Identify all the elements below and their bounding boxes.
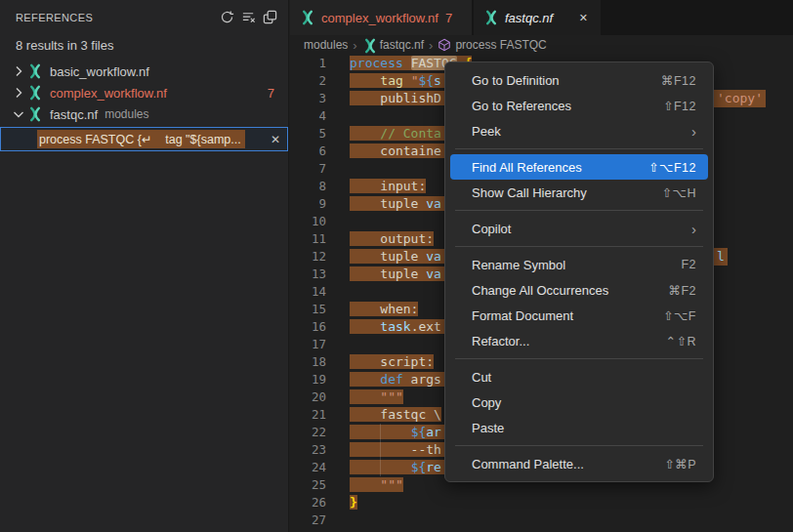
file-result-fastqc-nf[interactable]: fastqc.nfmodules bbox=[0, 103, 288, 125]
file-name: complex_workflow.nf bbox=[50, 86, 167, 101]
editor-group: complex_workflow.nf 7 fastqc.nf ✕ module… bbox=[290, 0, 793, 532]
menu-item-label: Go to References bbox=[472, 99, 663, 113]
line-number: 12 bbox=[290, 248, 350, 266]
refresh-icon[interactable] bbox=[216, 7, 237, 28]
submenu-chevron-icon: › bbox=[691, 222, 696, 236]
menu-item-show-call-hierarchy[interactable]: Show Call Hierarchy⇧⌥H bbox=[450, 180, 708, 205]
menu-item-format-document[interactable]: Format Document⇧⌥F bbox=[450, 303, 708, 328]
line-number: 22 bbox=[290, 424, 350, 441]
menu-item-copy[interactable]: Copy bbox=[450, 389, 708, 415]
nextflow-file-icon bbox=[483, 10, 499, 25]
menu-item-label: Cut bbox=[472, 370, 696, 385]
file-result-basic_workflow-nf[interactable]: basic_workflow.nf bbox=[0, 61, 288, 82]
menu-item-go-to-definition[interactable]: Go to Definition⌘F12 bbox=[450, 67, 708, 93]
menu-item-shortcut: F2 bbox=[681, 258, 696, 271]
line-number: 15 bbox=[290, 301, 350, 318]
line-number: 2 bbox=[290, 72, 350, 90]
menu-item-label: Command Palette... bbox=[472, 457, 664, 471]
line-number: 20 bbox=[290, 389, 350, 406]
file-path-desc: modules bbox=[104, 107, 148, 121]
breadcrumb-separator: › bbox=[353, 38, 356, 53]
menu-item-cut[interactable]: Cut bbox=[450, 364, 708, 389]
menu-item-command-palette[interactable]: Command Palette...⇧⌘P bbox=[450, 451, 708, 476]
menu-item-shortcut: ⇧⌘P bbox=[664, 457, 696, 471]
line-number: 13 bbox=[290, 266, 350, 283]
menu-separator bbox=[455, 445, 703, 446]
result-match-text: process FASTQC {↵ tag "${samp... bbox=[37, 130, 245, 148]
tab-label: complex_workflow.nf bbox=[321, 11, 438, 25]
nextflow-file-icon bbox=[300, 10, 315, 25]
clear-results-icon[interactable] bbox=[237, 7, 259, 28]
file-name: basic_workflow.nf bbox=[50, 64, 149, 79]
line-content bbox=[350, 512, 793, 529]
nextflow-file-icon bbox=[27, 63, 43, 79]
menu-item-label: Paste bbox=[472, 421, 696, 435]
line-number: 19 bbox=[290, 371, 350, 389]
tab-match-badge: 7 bbox=[445, 11, 452, 25]
menu-separator bbox=[455, 358, 703, 359]
menu-item-shortcut: ⇧⌥F bbox=[663, 308, 696, 323]
tab-complex-workflow[interactable]: complex_workflow.nf 7 bbox=[290, 0, 474, 35]
line-number: 27 bbox=[290, 512, 350, 529]
breadcrumb: modules › fastqc.nf › process FASTQC bbox=[290, 35, 793, 55]
reference-result-item[interactable]: process FASTQC {↵ tag "${samp... ✕ bbox=[0, 127, 288, 151]
menu-item-label: Show Call Hierarchy bbox=[472, 185, 662, 200]
line-number: 4 bbox=[290, 107, 350, 125]
menu-item-refactor[interactable]: Refactor...⌃⇧R bbox=[450, 328, 708, 353]
menu-item-label: Go to Definition bbox=[472, 73, 661, 88]
menu-item-label: Copilot bbox=[472, 222, 691, 236]
menu-item-label: Find All References bbox=[472, 160, 648, 175]
copy-all-icon[interactable] bbox=[259, 7, 280, 28]
close-icon[interactable]: ✕ bbox=[576, 10, 591, 26]
line-number: 17 bbox=[290, 336, 350, 353]
line-number: 24 bbox=[290, 459, 350, 476]
line-number: 16 bbox=[290, 318, 350, 336]
menu-item-find-all-references[interactable]: Find All References⇧⌥F12 bbox=[450, 154, 708, 180]
breadcrumb-item-file[interactable]: fastqc.nf bbox=[380, 38, 424, 52]
menu-item-label: Peek bbox=[472, 124, 691, 139]
menu-item-label: Refactor... bbox=[472, 334, 666, 348]
references-panel: REFERENCES 8 results in 3 files basic_wo… bbox=[0, 0, 289, 532]
code-fragment-right-of-menu: l bbox=[714, 248, 728, 266]
editor-context-menu: Go to Definition⌘F12Go to References⇧F12… bbox=[444, 61, 714, 482]
code-line-27[interactable]: 27 bbox=[290, 512, 793, 529]
panel-header: REFERENCES bbox=[0, 0, 288, 34]
menu-item-shortcut: ⇧F12 bbox=[663, 99, 696, 113]
line-number: 11 bbox=[290, 230, 350, 248]
results-tree: basic_workflow.nfcomplex_workflow.nf7fas… bbox=[0, 61, 288, 125]
chevron-right-icon[interactable] bbox=[10, 85, 27, 101]
vscode-window: REFERENCES 8 results in 3 files basic_wo… bbox=[0, 0, 793, 532]
menu-item-shortcut: ⌘F2 bbox=[668, 283, 696, 298]
line-number: 18 bbox=[290, 353, 350, 371]
nextflow-file-icon bbox=[27, 85, 43, 101]
chevron-right-icon[interactable] bbox=[10, 63, 27, 79]
code-line-26[interactable]: 26} bbox=[290, 494, 793, 512]
chevron-down-icon[interactable] bbox=[10, 106, 27, 122]
line-number: 10 bbox=[290, 213, 350, 230]
line-number: 5 bbox=[290, 125, 350, 143]
menu-item-shortcut: ⌘F12 bbox=[661, 73, 696, 88]
line-number: 9 bbox=[290, 195, 350, 213]
breadcrumb-item-symbol[interactable]: process FASTQC bbox=[455, 38, 546, 52]
line-number: 25 bbox=[290, 476, 350, 494]
menu-item-change-all-occurrences[interactable]: Change All Occurrences⌘F2 bbox=[450, 277, 708, 303]
menu-item-peek[interactable]: Peek› bbox=[450, 118, 708, 143]
menu-item-rename-symbol[interactable]: Rename SymbolF2 bbox=[450, 252, 708, 277]
file-name: fastqc.nf bbox=[50, 107, 98, 122]
close-icon[interactable]: ✕ bbox=[271, 133, 280, 146]
panel-title: REFERENCES bbox=[16, 12, 216, 23]
line-number: 23 bbox=[290, 441, 350, 459]
menu-item-copilot[interactable]: Copilot› bbox=[450, 216, 708, 241]
menu-item-label: Copy bbox=[472, 395, 696, 410]
breadcrumb-item-modules[interactable]: modules bbox=[304, 38, 348, 52]
results-summary: 8 results in 3 files bbox=[0, 34, 288, 61]
menu-item-paste[interactable]: Paste bbox=[450, 415, 708, 440]
menu-separator bbox=[455, 210, 703, 211]
menu-item-go-to-references[interactable]: Go to References⇧F12 bbox=[450, 93, 708, 118]
nextflow-file-icon bbox=[362, 38, 376, 52]
line-number: 7 bbox=[290, 160, 350, 178]
tab-bar: complex_workflow.nf 7 fastqc.nf ✕ bbox=[290, 0, 793, 35]
tab-fastqc[interactable]: fastqc.nf ✕ bbox=[474, 0, 601, 35]
file-result-complex_workflow-nf[interactable]: complex_workflow.nf7 bbox=[0, 82, 288, 103]
menu-item-label: Rename Symbol bbox=[472, 258, 681, 272]
